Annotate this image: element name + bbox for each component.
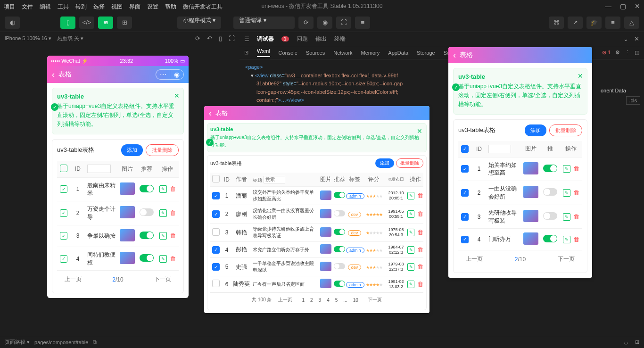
tab-network[interactable]: Network xyxy=(333,50,352,56)
rec-switch[interactable] xyxy=(334,210,345,216)
copy-icon[interactable]: ⧉ xyxy=(93,339,97,345)
back-icon[interactable]: ‹ xyxy=(52,70,55,80)
hat-icon[interactable]: 🎓 xyxy=(586,17,602,29)
collapse-icon[interactable]: ☰ xyxy=(244,36,249,42)
delete-icon[interactable]: 🗑 xyxy=(573,213,579,221)
list-icon[interactable]: ≡ xyxy=(605,17,620,29)
edit-icon[interactable]: ✎ xyxy=(159,185,167,193)
row-checkbox[interactable] xyxy=(212,228,220,236)
refresh-icon[interactable]: ⟳ xyxy=(298,17,314,29)
delete-icon[interactable]: 🗑 xyxy=(573,165,579,173)
tab-console[interactable]: Console xyxy=(279,50,297,56)
delete-icon[interactable]: 🗑 xyxy=(170,185,176,193)
rec-switch[interactable] xyxy=(543,188,557,196)
tab-debugger[interactable]: 调试器 xyxy=(257,35,274,43)
back-icon[interactable]: ↶ xyxy=(207,35,212,42)
menu-item[interactable]: 工具 xyxy=(58,3,69,11)
minimize-icon[interactable]: — xyxy=(605,2,611,10)
row-checkbox[interactable]: ✓ xyxy=(212,263,220,271)
gear-icon[interactable]: ⚙ xyxy=(615,50,620,56)
next-page-button[interactable]: 下一页 xyxy=(558,255,575,263)
page-number[interactable]: 10 xyxy=(353,298,358,303)
phone-preview-icon[interactable]: ▯ xyxy=(60,17,75,29)
row-checkbox[interactable]: ✓ xyxy=(60,255,67,263)
menu-item[interactable]: 微信开发者工具 xyxy=(183,3,223,11)
select-all-checkbox[interactable] xyxy=(212,175,220,182)
share-icon[interactable]: ↗ xyxy=(568,17,583,29)
menu-item[interactable]: 转到 xyxy=(75,3,87,11)
row-checkbox[interactable]: ✓ xyxy=(212,210,220,218)
mode-select[interactable]: 小程序模式 ▾ xyxy=(177,17,221,29)
tab-memory[interactable]: Memory xyxy=(361,50,380,56)
path-label[interactable]: 页面路径 ▾ xyxy=(5,339,30,346)
tab-terminal[interactable]: 终端 xyxy=(334,35,346,43)
row-checkbox[interactable] xyxy=(212,280,220,287)
delete-icon[interactable]: 🗑 xyxy=(170,209,176,217)
edit-icon[interactable]: ✎ xyxy=(563,165,570,173)
tab-storage[interactable]: Storage xyxy=(417,50,435,56)
menu-item[interactable]: 视图 xyxy=(111,3,123,11)
delete-icon[interactable]: 🗑 xyxy=(573,236,579,243)
page-number[interactable]: 2 xyxy=(310,298,313,303)
back-icon[interactable]: ‹ xyxy=(209,108,212,118)
edit-icon[interactable]: ✎ xyxy=(563,213,570,221)
row-checkbox[interactable]: ✓ xyxy=(461,189,469,197)
rec-switch[interactable] xyxy=(334,281,345,287)
edit-icon[interactable]: ✎ xyxy=(407,229,414,236)
delete-icon[interactable]: 🗑 xyxy=(417,263,423,271)
dots-icon[interactable]: ⋮ xyxy=(625,50,630,56)
batch-delete-button[interactable]: 批量删除 xyxy=(146,144,179,156)
next-page-button[interactable]: 下一页 xyxy=(154,275,171,283)
prev-page-button[interactable]: 上一页 xyxy=(278,297,292,303)
add-button[interactable]: 添加 xyxy=(525,124,546,136)
menu-icon[interactable]: ⋯ xyxy=(156,69,170,80)
tab-sources[interactable]: Sources xyxy=(306,50,325,56)
add-button[interactable]: 添加 xyxy=(375,158,394,168)
tab-problems[interactable]: 问题 xyxy=(297,35,308,43)
rec-switch[interactable] xyxy=(140,232,154,239)
rec-switch[interactable] xyxy=(140,208,154,216)
rec-switch[interactable] xyxy=(140,185,154,192)
rec-switch[interactable] xyxy=(543,165,557,172)
rec-switch[interactable] xyxy=(140,254,154,262)
menu-item[interactable]: 设置 xyxy=(147,3,158,11)
bug2-icon[interactable]: ⛶ xyxy=(336,17,351,29)
reload-select[interactable]: 热重载 关 ▾ xyxy=(57,35,83,42)
row-checkbox[interactable]: ✓ xyxy=(461,165,469,173)
prev-page-button[interactable]: 上一页 xyxy=(65,275,82,283)
edit-icon[interactable]: ✎ xyxy=(407,246,414,254)
delete-icon[interactable]: 🗑 xyxy=(417,281,423,288)
row-checkbox[interactable]: ✓ xyxy=(212,246,220,254)
rec-switch[interactable] xyxy=(334,246,345,252)
stack-icon[interactable]: ≡ xyxy=(355,17,370,29)
select-all-checkbox[interactable]: ✓ xyxy=(461,145,469,153)
menu-item[interactable]: 选择 xyxy=(93,3,105,11)
edit-icon[interactable]: ✎ xyxy=(407,192,414,199)
next-page-button[interactable]: 下一页 xyxy=(368,297,382,303)
delete-icon[interactable]: 🗑 xyxy=(417,229,423,236)
close-tip-icon[interactable]: ✕ xyxy=(417,127,422,135)
dock-icon[interactable]: ◫ xyxy=(635,50,639,56)
close-panel-icon[interactable]: ✕ xyxy=(634,35,639,42)
compile-select[interactable]: 普通编译 ▾ xyxy=(233,17,295,29)
chevron-down-icon[interactable]: ⌄ xyxy=(623,35,628,42)
row-checkbox[interactable]: ✓ xyxy=(461,236,469,243)
refresh-icon[interactable]: ⟳ xyxy=(195,35,200,42)
delete-icon[interactable]: 🗑 xyxy=(417,246,423,254)
close-icon[interactable]: ✕ xyxy=(635,2,640,10)
layout-icon[interactable]: ⊞ xyxy=(117,17,132,29)
delete-icon[interactable]: 🗑 xyxy=(417,192,423,199)
title-search-input[interactable] xyxy=(87,165,111,173)
menu-item[interactable]: 帮助 xyxy=(165,3,176,11)
edit-icon[interactable]: ✎ xyxy=(159,209,167,217)
rec-switch[interactable] xyxy=(543,235,557,242)
title-search-input[interactable] xyxy=(264,176,285,183)
maximize-icon[interactable]: ▢ xyxy=(620,2,626,10)
edit-icon[interactable]: ✎ xyxy=(563,236,570,243)
close-tip-icon[interactable]: ✕ xyxy=(578,72,583,80)
row-checkbox[interactable]: ✓ xyxy=(212,192,220,199)
back-icon[interactable]: ‹ xyxy=(453,50,456,60)
edit-icon[interactable]: ✎ xyxy=(159,232,167,240)
screenshot-icon[interactable]: ⛶ xyxy=(229,35,235,42)
batch-delete-button[interactable]: 批量删除 xyxy=(549,124,582,136)
